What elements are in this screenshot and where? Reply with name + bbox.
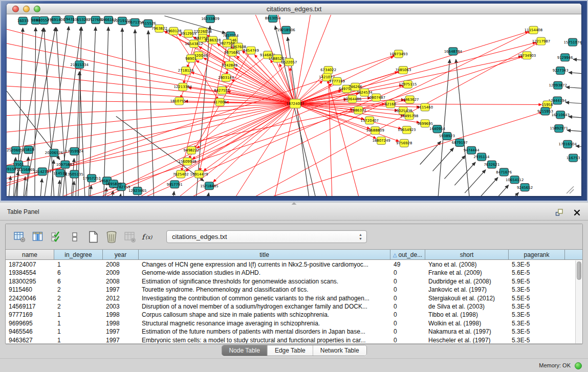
graph-node[interactable]: 12923465 — [128, 187, 146, 195]
network-titlebar[interactable]: citations_edges.txt — [7, 4, 581, 14]
table-row[interactable]: 969969511998Structural magnetic resonanc… — [6, 319, 575, 327]
row-height-button[interactable] — [67, 229, 82, 245]
graph-node[interactable]: 21915334 — [71, 61, 89, 69]
table-cell: 5.3E-5 — [509, 260, 565, 269]
minimize-window-button[interactable] — [23, 6, 30, 12]
table-row[interactable]: 946362711997Embryonic stem cells: a mode… — [6, 336, 575, 344]
tab-network-table[interactable]: Network Table — [313, 345, 366, 356]
graph-node[interactable]: 15819 — [23, 146, 34, 154]
graph-node[interactable]: 98901 — [185, 55, 197, 62]
graph-node[interactable]: 14463627 — [401, 96, 419, 103]
table-options-button[interactable] — [12, 229, 27, 245]
table-row[interactable]: 946554611997Estimation of the future num… — [6, 327, 575, 336]
column-header-short[interactable]: short — [425, 250, 509, 259]
graph-node[interactable]: 8471676 — [496, 168, 512, 176]
select-columns-button[interactable] — [49, 229, 64, 245]
svg-text:7485063: 7485063 — [395, 68, 411, 72]
graph-node[interactable]: 9699695 — [417, 120, 433, 127]
graph-node[interactable]: 2718126 — [178, 67, 194, 75]
table-row[interactable]: 1456911722003Disruption of a novel membe… — [6, 302, 575, 311]
graph-node[interactable]: 12213384 — [173, 83, 192, 91]
table-row[interactable]: 2242004622012Investigating the contribut… — [6, 294, 575, 302]
column-header-pagerank[interactable]: pagerank — [509, 250, 565, 259]
column-header-title[interactable]: title — [139, 250, 390, 259]
graph-node[interactable]: 19734903 — [518, 52, 536, 59]
graph-node[interactable]: 16210643 — [552, 111, 570, 119]
graph-node[interactable]: 9129946 — [557, 54, 573, 61]
memory-status-led-icon[interactable] — [575, 362, 582, 369]
graph-node[interactable]: 9245652 — [517, 184, 533, 191]
graph-node[interactable]: 15718485 — [200, 182, 218, 190]
table-selector[interactable]: citations_edges.txt ▲▼ — [166, 230, 367, 243]
graph-node[interactable]: 7625402 — [173, 170, 189, 178]
table-row[interactable]: 977716911998Corpus callosum shape and si… — [6, 311, 575, 319]
graph-node[interactable]: 116753 — [567, 154, 580, 162]
show-column-button[interactable] — [30, 229, 46, 245]
table-options-icon — [13, 231, 26, 243]
graph-node[interactable]: 7632621 — [484, 161, 499, 168]
column-header-year[interactable]: year — [103, 250, 139, 259]
tab-edge-table[interactable]: Edge Table — [268, 345, 313, 356]
column-header-out_de[interactable]: △out_de... — [390, 250, 425, 259]
tab-node-table[interactable]: Node Table — [222, 345, 268, 356]
graph-node[interactable]: 10975887 — [56, 161, 74, 168]
graph-node[interactable]: 16033809 — [201, 15, 219, 23]
delete-column-button[interactable] — [104, 229, 119, 245]
graph-node[interactable]: 15720407 — [361, 117, 379, 124]
graph-node[interactable]: 16033 — [17, 17, 29, 25]
graph-node[interactable]: 8960128 — [166, 27, 182, 35]
column-header-name[interactable]: name — [6, 250, 54, 259]
graph-node[interactable]: 10807487 — [367, 94, 385, 101]
svg-text:12975115: 12975115 — [399, 82, 417, 86]
zoom-window-button[interactable] — [34, 6, 40, 12]
column-header-in_degree[interactable]: in_degree — [54, 250, 103, 259]
graph-node[interactable]: 18107554 — [170, 97, 189, 105]
graph-node[interactable]: 2803144 — [218, 74, 234, 82]
graph-node[interactable]: 12217987 — [532, 37, 550, 45]
graph-node[interactable]: 1640954 — [429, 125, 446, 133]
graph-node[interactable]: 20206576 — [45, 149, 63, 157]
graph-node[interactable]: 15892971 — [550, 125, 568, 133]
delete-table-button[interactable] — [122, 229, 138, 245]
table-row[interactable]: 911546021997Tourette syndrome. Phenomeno… — [6, 286, 575, 294]
graph-node[interactable]: 19218506 — [277, 26, 295, 34]
table-cell: 0 — [390, 336, 425, 344]
graph-node[interactable]: 39159 — [7, 165, 16, 173]
graph-node[interactable]: 11154408 — [525, 26, 542, 34]
close-window-button[interactable] — [12, 6, 19, 12]
graph-node[interactable]: 10973493 — [389, 50, 407, 58]
panel-divider-grip[interactable] — [292, 202, 297, 205]
graph-node[interactable]: 17957253 — [82, 174, 100, 182]
table-row[interactable]: 1830029562008Estimation of significance … — [6, 277, 575, 286]
network-canvas[interactable]: 1603398419405573276914061943110653287152… — [7, 15, 581, 196]
float-window-button[interactable] — [554, 207, 564, 217]
close-panel-button[interactable] — [572, 207, 582, 217]
graph-node[interactable]: 10654112 — [506, 176, 524, 184]
graph-node[interactable]: 17359924 — [66, 147, 84, 155]
graph-node[interactable]: 9474444 — [464, 146, 480, 154]
graph-node[interactable]: 9756928 — [396, 139, 412, 147]
graph-node[interactable]: 2935114 — [474, 153, 490, 161]
table-cell: 5.3E-5 — [509, 336, 565, 344]
graph-node[interactable]: 9115460 — [417, 103, 433, 111]
graph-node[interactable]: 13505135 — [66, 170, 83, 178]
scrollbar-thumb[interactable] — [577, 261, 581, 280]
table-cell: Dudbridge et al. (2008) — [425, 277, 509, 286]
graph-node[interactable]: 7485063 — [395, 67, 411, 74]
graph-node[interactable]: 15751074 — [563, 38, 581, 46]
graph-node[interactable]: 6879197 — [452, 139, 468, 146]
graph-node[interactable]: 5938923 — [439, 133, 455, 140]
graph-node[interactable]: 16648784 — [444, 48, 463, 55]
graph-node[interactable]: 6734022 — [320, 67, 336, 74]
svg-text:13505135: 13505135 — [66, 172, 83, 177]
table-row[interactable]: 1938455462009Genome-wide association stu… — [6, 269, 575, 277]
graph-node[interactable]: 9227343 — [553, 67, 569, 75]
graph-node[interactable]: 12093872 — [549, 81, 567, 89]
graph-node[interactable]: 62160 — [385, 100, 396, 108]
graph-node[interactable]: 17016504 — [558, 140, 577, 148]
table-row[interactable]: 1872400712008Changes of HCN gene express… — [6, 260, 575, 269]
table-scrollbar[interactable] — [575, 260, 582, 344]
new-column-button[interactable] — [85, 229, 101, 245]
function-builder-button[interactable]: f (x) — [141, 229, 156, 245]
graph-node[interactable]: 19654923 — [398, 126, 416, 134]
